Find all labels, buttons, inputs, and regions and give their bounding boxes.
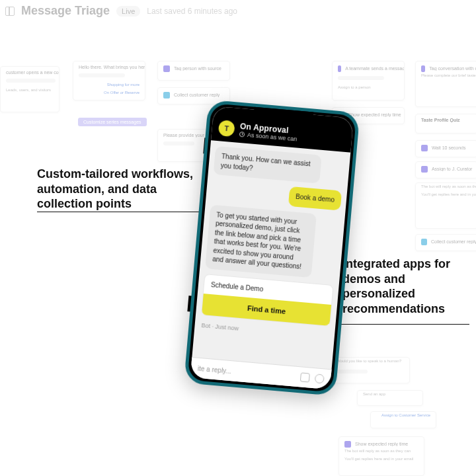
reply-input[interactable]: ite a reply... <box>197 364 295 380</box>
annotation-left-rule <box>37 212 214 212</box>
emoji-icon[interactable] <box>315 374 325 383</box>
workflow-card-quiz-title[interactable]: Taste Profile Quiz <box>415 114 476 134</box>
customize-button[interactable]: Customize series messages <box>78 118 147 126</box>
workflow-card-human[interactable]: Would you like to speak to a human? <box>331 357 410 383</box>
page-title: Message Triage <box>21 4 110 18</box>
clock-icon <box>239 132 245 138</box>
workflow-card-wait[interactable]: Wait 10 seconds <box>415 140 476 157</box>
workflow-card-botreply[interactable]: The bot will reply as soon as they can Y… <box>415 182 476 229</box>
annotation-right: Integrated apps for demos and personaliz… <box>342 257 468 316</box>
workflow-card-assign-cs[interactable]: Assign to Customer Service <box>370 411 436 428</box>
workflow-card-teammate[interactable]: A teammate sends a message during conver… <box>332 61 405 100</box>
phone-mockup: T On Approval As soon as we can Thank yo… <box>184 100 360 396</box>
user-message[interactable]: Book a demo <box>288 186 342 210</box>
workflow-card-assign2[interactable]: Assign to J. Curator <box>415 161 476 178</box>
panel-icon <box>5 7 15 16</box>
annotation-left: Custom-tailored workflows, automation, a… <box>37 167 196 212</box>
gif-icon[interactable] <box>300 372 310 382</box>
last-saved-text: Last saved 6 minutes ago <box>147 7 237 16</box>
chat-body: Thank you. How can we assist you today? … <box>192 140 350 369</box>
avatar: T <box>218 120 235 137</box>
demo-card: Schedule a Demo Find a time <box>201 274 334 327</box>
app-header: Message Triage Live Last saved 6 minutes… <box>5 4 237 18</box>
trigger-card[interactable]: customer opens a new conversation in the… <box>0 66 60 112</box>
workflow-card[interactable]: Hello there. What brings you here today?… <box>73 61 145 100</box>
workflow-card-quiz[interactable]: Tag conversation with custom tag Please … <box>415 61 476 107</box>
bot-message: To get you started with your personalize… <box>205 204 317 278</box>
status-badge: Live <box>116 6 140 17</box>
workflow-card-bottom[interactable]: Show expected reply time The bot will re… <box>338 436 424 476</box>
workflow-card-tag[interactable]: Tag person with source <box>157 61 230 81</box>
workflow-card-sendapp[interactable]: Send an app <box>357 390 423 406</box>
bot-message: Thank you. How can we assist you today? <box>214 146 322 184</box>
annotation-right-rule <box>324 324 469 325</box>
workflow-card-collect2[interactable]: Collect customer reply <box>415 234 476 251</box>
